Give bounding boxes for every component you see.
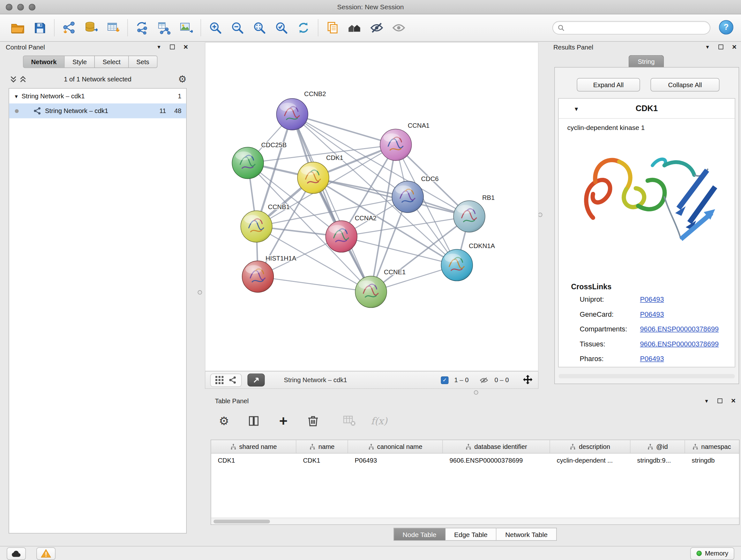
cell-database-identifier[interactable]: 9606.ENSP00000378699 bbox=[443, 456, 550, 464]
home-button[interactable] bbox=[344, 17, 366, 39]
memory-button[interactable]: Memory bbox=[690, 547, 734, 560]
add-column-button[interactable]: + bbox=[275, 413, 292, 429]
network-view-canvas[interactable]: CCNB2CCNA1CDC25BCDK1CDC6RB1CCNB1CCNA2CDK… bbox=[205, 42, 539, 371]
zoom-in-button[interactable] bbox=[205, 17, 226, 39]
control-panel-collapse-button[interactable]: ▾ bbox=[154, 43, 164, 51]
network-node-cdc25b[interactable] bbox=[232, 147, 264, 179]
tab-select[interactable]: Select bbox=[95, 56, 129, 68]
gene-section-expander-icon[interactable]: ▾ bbox=[575, 105, 578, 112]
help-button[interactable]: ? bbox=[719, 20, 733, 35]
open-session-button[interactable] bbox=[7, 17, 29, 39]
results-scrollbar[interactable] bbox=[559, 374, 735, 379]
save-session-button[interactable] bbox=[29, 17, 51, 39]
column-header-namespace[interactable]: namespac bbox=[685, 440, 738, 453]
cell-shared-name[interactable]: CDK1 bbox=[211, 456, 296, 464]
tree-expander-icon[interactable]: ▾ bbox=[15, 92, 18, 99]
column-header-description[interactable]: description bbox=[550, 440, 630, 453]
column-header-canonical-name[interactable]: canonical name bbox=[348, 440, 443, 453]
results-panel-float-button[interactable] bbox=[716, 43, 726, 51]
cell-canonical-name[interactable]: P06493 bbox=[348, 456, 443, 464]
crosslink-uniprot-link[interactable]: P06493 bbox=[640, 296, 664, 303]
grid-view-icon[interactable] bbox=[215, 376, 224, 384]
network-node-rb1[interactable] bbox=[454, 201, 485, 233]
table-panel-collapse-button[interactable]: ▾ bbox=[702, 397, 711, 405]
delete-column-button[interactable] bbox=[305, 413, 321, 429]
network-edge[interactable] bbox=[258, 276, 371, 292]
expand-all-button[interactable]: Expand All bbox=[577, 78, 640, 91]
expand-all-networks-button[interactable] bbox=[18, 75, 28, 83]
close-window-button[interactable] bbox=[6, 4, 12, 10]
collapse-all-button[interactable]: Collapse All bbox=[651, 78, 720, 91]
import-table-button[interactable] bbox=[102, 17, 124, 39]
column-header-shared-name[interactable]: shared name bbox=[211, 440, 296, 453]
show-columns-button[interactable] bbox=[246, 413, 262, 429]
left-splitter-handle[interactable] bbox=[198, 290, 202, 295]
zoom-out-button[interactable] bbox=[226, 17, 249, 39]
detach-view-button[interactable] bbox=[248, 374, 265, 387]
annotation-copy-button[interactable] bbox=[322, 17, 344, 39]
table-row[interactable]: CDK1 CDK1 P06493 9606.ENSP00000378699 cy… bbox=[211, 454, 739, 467]
cell-namespace[interactable]: stringdb bbox=[685, 456, 738, 464]
network-node-cdkn1a[interactable] bbox=[441, 249, 473, 281]
tab-network-table[interactable]: Network Table bbox=[496, 528, 556, 541]
crosslink-tissues-link[interactable]: 9606.ENSP00000378699 bbox=[640, 340, 719, 348]
results-panel-close-button[interactable]: × bbox=[730, 43, 739, 51]
network-view-icon[interactable] bbox=[228, 376, 237, 384]
show-all-button[interactable] bbox=[388, 17, 410, 39]
import-network-button[interactable] bbox=[58, 17, 80, 39]
network-table-button[interactable] bbox=[153, 17, 175, 39]
import-network-from-database-button[interactable] bbox=[80, 17, 102, 39]
table-panel-float-button[interactable] bbox=[715, 397, 725, 405]
tab-sets[interactable]: Sets bbox=[129, 56, 157, 68]
column-header-id[interactable]: @id bbox=[630, 440, 685, 453]
crosslink-compartments-link[interactable]: 9606.ENSP00000378699 bbox=[640, 325, 719, 333]
network-row[interactable]: String Network – cdk1 11 48 bbox=[9, 104, 186, 118]
results-panel-collapse-button[interactable]: ▾ bbox=[703, 43, 712, 51]
crosslink-pharos-link[interactable]: P06493 bbox=[640, 355, 664, 363]
hide-selected-button[interactable] bbox=[366, 17, 388, 39]
network-edge[interactable] bbox=[292, 114, 396, 145]
apply-layout-button[interactable] bbox=[293, 17, 315, 39]
bottom-splitter-handle[interactable] bbox=[474, 390, 478, 395]
clear-table-button[interactable] bbox=[341, 413, 358, 429]
selected-checkbox-icon[interactable]: ✓ bbox=[441, 376, 448, 384]
tab-style[interactable]: Style bbox=[65, 56, 95, 68]
network-node-cdk1[interactable] bbox=[297, 162, 329, 193]
network-node-ccnb2[interactable] bbox=[276, 98, 308, 130]
control-panel-close-button[interactable]: × bbox=[181, 43, 191, 51]
network-graph[interactable]: CCNB2CCNA1CDC25BCDK1CDC6RB1CCNB1CCNA2CDK… bbox=[205, 43, 538, 371]
cell-name[interactable]: CDK1 bbox=[296, 456, 348, 464]
network-from-selection-button[interactable] bbox=[131, 17, 153, 39]
network-node-cdc6[interactable] bbox=[392, 181, 423, 212]
network-node-ccne1[interactable] bbox=[355, 276, 387, 308]
hidden-eye-slash-icon[interactable] bbox=[479, 376, 488, 384]
network-edge[interactable] bbox=[292, 114, 371, 292]
cell-description[interactable]: cyclin-dependent ... bbox=[550, 456, 630, 464]
function-builder-button[interactable]: f(x) bbox=[371, 413, 387, 429]
column-header-name[interactable]: name bbox=[296, 440, 348, 453]
tab-edge-table[interactable]: Edge Table bbox=[446, 528, 496, 541]
zoom-fit-button[interactable] bbox=[249, 17, 271, 39]
table-horizontal-scrollbar[interactable] bbox=[211, 518, 739, 524]
zoom-selected-button[interactable] bbox=[271, 17, 293, 39]
table-settings-gear-icon[interactable]: ⚙ bbox=[216, 413, 232, 429]
tab-node-table[interactable]: Node Table bbox=[394, 528, 446, 541]
network-node-ccna2[interactable] bbox=[326, 221, 357, 252]
network-options-gear-icon[interactable]: ⚙ bbox=[178, 74, 187, 84]
search-input[interactable] bbox=[568, 24, 705, 32]
warnings-button[interactable] bbox=[37, 547, 56, 560]
network-collection-row[interactable]: ▾ String Network – cdk1 1 bbox=[9, 89, 186, 104]
column-header-database-identifier[interactable]: database identifier bbox=[443, 440, 550, 453]
cell-id[interactable]: stringdb:9... bbox=[630, 456, 685, 464]
maximize-window-button[interactable] bbox=[29, 4, 36, 10]
cloud-status-button[interactable] bbox=[7, 547, 26, 560]
minimize-window-button[interactable] bbox=[17, 4, 24, 10]
network-node-ccna1[interactable] bbox=[380, 129, 412, 161]
scrollbar-thumb[interactable] bbox=[213, 520, 270, 523]
collapse-all-networks-button[interactable] bbox=[9, 75, 18, 83]
tab-string[interactable]: String bbox=[629, 55, 664, 68]
export-image-button[interactable] bbox=[175, 17, 197, 39]
control-panel-float-button[interactable] bbox=[167, 43, 177, 51]
network-node-hist1h1a[interactable] bbox=[242, 261, 274, 293]
right-splitter-handle[interactable] bbox=[538, 212, 542, 217]
